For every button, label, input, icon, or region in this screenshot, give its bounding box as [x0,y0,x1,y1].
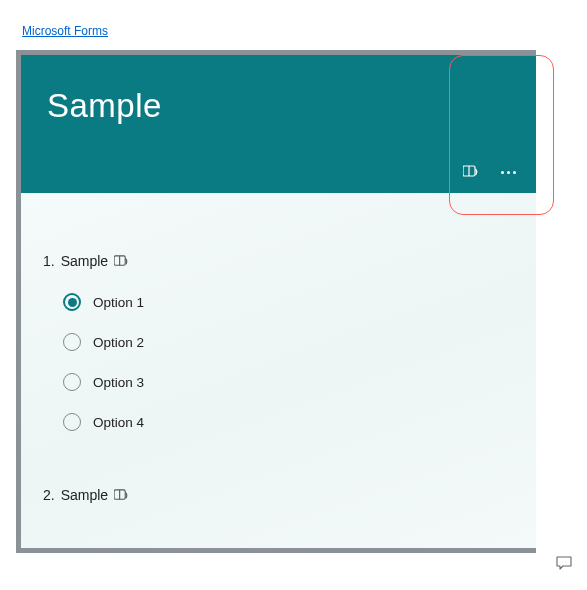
option-row[interactable]: Option 4 [63,413,514,431]
microsoft-forms-link[interactable]: Microsoft Forms [22,24,108,38]
form-body: 1. Sample Option [21,193,536,548]
radio-icon [63,373,81,391]
radio-icon [63,333,81,351]
immersive-reader-icon[interactable] [114,255,129,268]
question-title-row: 2. Sample [43,487,514,503]
question-number: 1. [43,253,55,269]
more-options-icon[interactable] [501,167,516,178]
form-content: Sample [21,55,536,548]
option-label: Option 1 [93,295,144,310]
form-scroll-region[interactable]: Sample [21,55,536,548]
option-label: Option 4 [93,415,144,430]
form-header: Sample [21,55,536,193]
comment-icon[interactable] [556,556,572,574]
header-actions [463,165,516,179]
question-options: Option 1 Option 2 Option 3 Option 4 [43,293,514,431]
question-title: Sample [61,253,108,269]
option-label: Option 3 [93,375,144,390]
option-row[interactable]: Option 3 [63,373,514,391]
embed-frame: Sample [16,50,536,553]
question-2: 2. Sample [43,487,514,503]
question-number: 2. [43,487,55,503]
radio-icon [63,413,81,431]
option-row[interactable]: Option 2 [63,333,514,351]
option-label: Option 2 [93,335,144,350]
immersive-reader-icon[interactable] [114,489,129,502]
question-title: Sample [61,487,108,503]
immersive-reader-icon[interactable] [463,165,479,179]
radio-icon [63,293,81,311]
form-title: Sample [47,87,510,125]
option-row[interactable]: Option 1 [63,293,514,311]
question-title-row: 1. Sample [43,253,514,269]
question-1: 1. Sample Option [43,253,514,431]
